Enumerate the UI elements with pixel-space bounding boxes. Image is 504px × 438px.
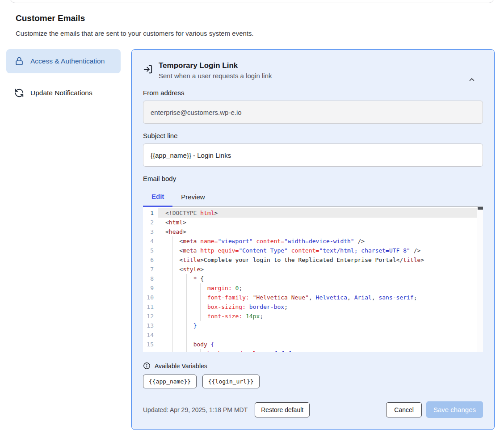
collapse-panel-button[interactable] — [468, 76, 476, 84]
editor-scrollbar-thumb[interactable] — [478, 207, 483, 210]
panel-footer: Updated: Apr 29, 2025, 1:18 PM MDT Resto… — [143, 401, 483, 418]
line-number: 6 — [143, 255, 158, 265]
line-number: 16 — [143, 349, 158, 352]
line-number: 2 — [143, 218, 158, 227]
indent-guide — [172, 265, 173, 274]
indent-guide — [172, 255, 173, 265]
indent-guide — [172, 321, 173, 330]
subject-line-input[interactable] — [143, 143, 483, 167]
code-line[interactable]: 4 <meta name="viewport" content="width=d… — [143, 236, 483, 246]
updated-timestamp: Updated: Apr 29, 2025, 1:18 PM MDT — [143, 406, 248, 413]
refresh-icon — [14, 88, 24, 98]
indent-guide — [186, 302, 187, 312]
code-line[interactable]: 9 margin: 0; — [143, 283, 483, 293]
cancel-button[interactable]: Cancel — [386, 402, 422, 417]
line-number: 3 — [143, 227, 158, 236]
line-number: 15 — [143, 340, 158, 349]
indent-guide — [186, 274, 187, 283]
indent-guide — [172, 302, 173, 312]
email-body-label: Email body — [143, 175, 483, 182]
line-number: 1 — [143, 208, 158, 218]
code-line[interactable]: 8 * { — [143, 274, 483, 283]
restore-default-button[interactable]: Restore default — [255, 402, 310, 417]
sidebar-item-label: Update Notifications — [30, 88, 92, 98]
panel-header: Temporary Login Link Sent when a user re… — [143, 61, 483, 80]
customer-emails-page: Customer Emails Customize the emails tha… — [0, 0, 504, 438]
panel-title: Temporary Login Link — [159, 61, 272, 70]
code-lines: 1<!DOCTYPE html>2<html>3<head>4 <meta na… — [143, 208, 483, 352]
indent-guide — [172, 274, 173, 283]
sidebar-item-access-authentication[interactable]: Access & Authentication — [6, 49, 121, 73]
indent-guide — [172, 236, 173, 246]
variable-chip[interactable]: {{app_name}} — [143, 375, 197, 388]
line-number: 7 — [143, 265, 158, 274]
save-changes-button[interactable]: Save changes — [426, 401, 483, 418]
page-title: Customer Emails — [16, 13, 85, 23]
indent-guide — [200, 312, 201, 321]
indent-guide — [200, 283, 201, 293]
variable-chips: {{app_name}}{{login_url}} — [143, 375, 483, 388]
email-body-tabbar: Edit Preview — [143, 189, 483, 207]
code-line[interactable]: 2<html> — [143, 218, 483, 227]
line-number: 4 — [143, 236, 158, 246]
indent-guide — [186, 293, 187, 302]
from-address-input[interactable] — [143, 101, 483, 124]
available-variables-label: Available Variables — [155, 362, 207, 370]
chevron-up-icon — [468, 76, 476, 84]
indent-guide — [186, 330, 187, 340]
sidebar-item-update-notifications[interactable]: Update Notifications — [6, 82, 121, 104]
code-line[interactable]: 16 background-color: #f9f9f9; — [143, 349, 483, 352]
line-number: 12 — [143, 312, 158, 321]
code-line[interactable]: 14 — [143, 330, 483, 340]
code-line[interactable]: 11 box-sizing: border-box; — [143, 302, 483, 312]
email-categories-sidebar: Access & Authentication Update Notificat… — [6, 49, 121, 104]
tab-edit[interactable]: Edit — [143, 189, 172, 207]
subject-line-label: Subject line — [143, 132, 483, 139]
code-line[interactable]: 3<head> — [143, 227, 483, 236]
variable-chip[interactable]: {{login_url}} — [202, 375, 260, 388]
code-editor[interactable]: 1<!DOCTYPE html>2<html>3<head>4 <meta na… — [143, 207, 483, 352]
line-number: 8 — [143, 274, 158, 283]
line-number: 10 — [143, 293, 158, 302]
code-line[interactable]: 10 font-family: "Helvetica Neue", Helvet… — [143, 293, 483, 302]
indent-guide — [186, 321, 187, 330]
sidebar-item-label: Access & Authentication — [30, 56, 105, 67]
indent-guide — [172, 340, 173, 349]
lock-icon — [14, 56, 24, 66]
indent-guide — [186, 349, 187, 352]
editor-scrollbar[interactable] — [477, 207, 483, 352]
line-number: 14 — [143, 330, 158, 340]
indent-guide — [200, 302, 201, 312]
code-line[interactable]: 5 <meta http-equiv="Content-Type" conten… — [143, 246, 483, 255]
tab-preview[interactable]: Preview — [172, 189, 213, 206]
available-variables-row: Available Variables — [143, 362, 483, 370]
code-line[interactable]: 6 <title>Complete your login to the Repl… — [143, 255, 483, 265]
line-number: 5 — [143, 246, 158, 255]
page-subtitle: Customize the emails that are sent to yo… — [16, 29, 254, 37]
previous-card-edge — [10, 0, 494, 3]
line-number: 13 — [143, 321, 158, 330]
code-line[interactable]: 7 <style> — [143, 265, 483, 274]
line-number: 11 — [143, 302, 158, 312]
indent-guide — [172, 283, 173, 293]
indent-guide — [186, 312, 187, 321]
from-address-label: From address — [143, 89, 483, 97]
indent-guide — [200, 349, 201, 352]
indent-guide — [172, 293, 173, 302]
code-line[interactable]: 1<!DOCTYPE html> — [143, 208, 483, 218]
info-icon — [143, 362, 151, 370]
code-line[interactable]: 15 body { — [143, 340, 483, 349]
indent-guide — [172, 312, 173, 321]
indent-guide — [186, 283, 187, 293]
email-body-field: Email body Edit Preview 1<!DOCTYPE html>… — [143, 175, 483, 352]
from-address-field: From address — [143, 89, 483, 124]
indent-guide — [186, 340, 187, 349]
indent-guide — [200, 293, 201, 302]
indent-guide — [172, 246, 173, 255]
code-line[interactable]: 13 } — [143, 321, 483, 330]
temporary-login-link-panel: Temporary Login Link Sent when a user re… — [131, 49, 495, 430]
indent-guide — [172, 330, 173, 340]
indent-guide — [172, 349, 173, 352]
code-line[interactable]: 12 font-size: 14px; — [143, 312, 483, 321]
line-number: 9 — [143, 283, 158, 293]
